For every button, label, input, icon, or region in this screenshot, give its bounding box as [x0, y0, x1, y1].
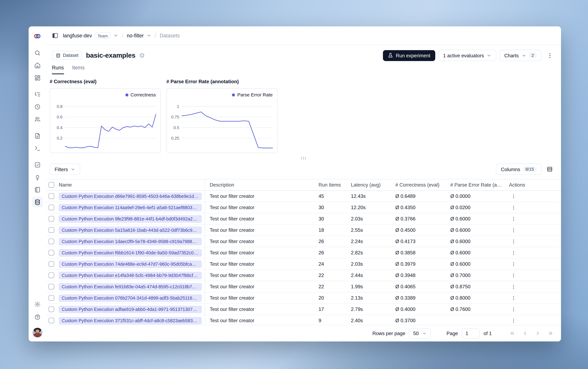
- table-row[interactable]: Custom Python Execution fe91b83e-04a5-47…: [46, 281, 561, 292]
- row-checkbox[interactable]: [49, 318, 54, 323]
- column-header-latency[interactable]: Latency (avg): [349, 182, 393, 188]
- column-header-correctness[interactable]: # Correctness (eval): [393, 182, 448, 188]
- rows-per-page-value: 50: [413, 330, 419, 336]
- parse-error-chart-card: Parse Error Rate 0.250.50.751: [167, 88, 277, 153]
- row-checkbox[interactable]: [49, 227, 54, 233]
- run-name-link[interactable]: Custom Python Execution 74de488e-ec9d-47…: [59, 260, 202, 268]
- row-checkbox[interactable]: [49, 250, 54, 256]
- project-chevron-down-icon[interactable]: [146, 33, 151, 38]
- table-row[interactable]: Custom Python Execution 9fe23f98-881e-44…: [46, 213, 561, 225]
- row-actions-button[interactable]: [509, 248, 518, 257]
- sidebar-item-home[interactable]: [32, 60, 42, 71]
- run-name-link[interactable]: Custom Python Execution 114aa9ef-29e6-4e…: [59, 204, 202, 211]
- sidebar-item-tracing[interactable]: [32, 89, 42, 99]
- sidebar-item-search[interactable]: [32, 47, 42, 58]
- svg-text:0.6: 0.6: [57, 115, 63, 119]
- langfuse-logo[interactable]: [32, 31, 42, 41]
- row-actions-button[interactable]: [509, 237, 518, 246]
- run-name-link[interactable]: Custom Python Execution fe91b83e-04a5-47…: [59, 283, 202, 290]
- tab-items[interactable]: Items: [72, 65, 85, 74]
- row-checkbox[interactable]: [49, 306, 54, 312]
- row-actions-button[interactable]: [509, 192, 518, 201]
- table-row[interactable]: Custom Python Execution f6bb1614-1f90-40…: [46, 247, 561, 258]
- sidebar-item-sessions[interactable]: [32, 102, 42, 112]
- row-actions-button[interactable]: [509, 316, 518, 325]
- sidebar-item-evaluators[interactable]: [32, 172, 42, 182]
- next-page-button[interactable]: [532, 328, 543, 338]
- column-header-run-items[interactable]: Run Items: [316, 182, 349, 188]
- table-row[interactable]: Custom Python Execution 114aa9ef-29e6-4e…: [46, 202, 561, 213]
- run-experiment-button[interactable]: Run experiment: [383, 50, 435, 61]
- table-row[interactable]: Custom Python Execution 5a15a616-1bab-44…: [46, 225, 561, 236]
- resize-grip-handle[interactable]: [299, 154, 308, 162]
- page-number-input[interactable]: [462, 328, 480, 338]
- row-checkbox[interactable]: [49, 272, 54, 278]
- row-checkbox[interactable]: [49, 284, 54, 289]
- filters-button[interactable]: Filters: [50, 164, 80, 175]
- last-page-button[interactable]: [545, 328, 556, 338]
- user-avatar[interactable]: [32, 328, 42, 338]
- table-row[interactable]: Custom Python Execution 74de488e-ec9d-47…: [46, 258, 561, 270]
- grip-dots-icon: [301, 157, 306, 160]
- column-header-description[interactable]: Description: [205, 182, 316, 188]
- row-actions-button[interactable]: [509, 203, 518, 212]
- sidebar-item-scores[interactable]: [32, 159, 42, 170]
- sidebar-item-prompts[interactable]: [32, 130, 42, 141]
- table-row[interactable]: Custom Python Execution 1daec0f9-5e78-43…: [46, 236, 561, 247]
- row-actions-button[interactable]: [509, 293, 518, 302]
- table-row[interactable]: Custom Python Execution 371f531c-abff-4d…: [46, 315, 561, 325]
- table-row[interactable]: Custom Python Execution e14fa348-5cfc-49…: [46, 270, 561, 281]
- header-kebab-button[interactable]: [544, 50, 555, 61]
- row-actions-button[interactable]: [509, 259, 518, 268]
- run-name-link[interactable]: Custom Python Execution 9fe23f98-881e-44…: [59, 215, 202, 223]
- first-page-button[interactable]: [507, 328, 517, 338]
- table-toolbar: Filters Columns 8/15: [46, 162, 561, 175]
- chart-legend: Correctness: [125, 92, 156, 98]
- sidebar-item-annotation[interactable]: [32, 184, 42, 195]
- table-row[interactable]: Custom Python Execution 076b2704-341d-48…: [46, 292, 561, 304]
- row-checkbox[interactable]: [49, 216, 54, 222]
- sidebar-item-dashboard[interactable]: [32, 72, 42, 83]
- row-height-button[interactable]: [544, 164, 555, 174]
- row-checkbox[interactable]: [49, 261, 54, 267]
- run-name-link[interactable]: Custom Python Execution e14fa348-5cfc-49…: [59, 271, 202, 279]
- row-checkbox[interactable]: [49, 193, 54, 199]
- org-chevron-down-icon[interactable]: [113, 33, 118, 38]
- row-actions-button[interactable]: [509, 226, 518, 235]
- run-name-link[interactable]: Custom Python Execution 371f531c-abff-4d…: [59, 317, 202, 324]
- run-name-link[interactable]: Custom Python Execution d66e7991-8595-45…: [59, 192, 202, 200]
- sidebar-toggle-button[interactable]: [50, 30, 60, 41]
- row-checkbox[interactable]: [49, 238, 54, 244]
- run-name-link[interactable]: Custom Python Execution adfae619-abb0-4d…: [59, 305, 202, 313]
- run-name-link[interactable]: Custom Python Execution 1daec0f9-5e78-43…: [59, 237, 202, 245]
- row-actions-button[interactable]: [509, 282, 518, 291]
- row-actions-button[interactable]: [509, 271, 518, 280]
- project-name[interactable]: no-filter: [127, 33, 144, 39]
- run-name-link[interactable]: Custom Python Execution 5a15a616-1bab-44…: [59, 226, 202, 234]
- breadcrumb-section[interactable]: Datasets: [160, 33, 180, 39]
- sidebar-item-users[interactable]: [32, 114, 42, 124]
- sidebar-item-support[interactable]: [32, 312, 42, 322]
- run-name-link[interactable]: Custom Python Execution f6bb1614-1f90-40…: [59, 249, 202, 256]
- row-checkbox[interactable]: [49, 295, 54, 301]
- column-header-parse-error[interactable]: # Parse Error Rate (an...: [448, 182, 503, 188]
- table-row[interactable]: Custom Python Execution d66e7991-8595-45…: [46, 191, 561, 202]
- column-header-name[interactable]: Name: [57, 179, 205, 190]
- previous-page-button[interactable]: [519, 328, 530, 338]
- tab-runs[interactable]: Runs: [52, 65, 64, 74]
- columns-button[interactable]: Columns 8/15: [496, 164, 542, 175]
- row-checkbox[interactable]: [49, 205, 54, 210]
- charts-dropdown[interactable]: Charts 2: [499, 50, 541, 61]
- sidebar-item-playground[interactable]: [32, 143, 42, 154]
- sidebar-item-datasets[interactable]: [32, 197, 42, 207]
- row-actions-button[interactable]: [509, 214, 518, 223]
- org-name[interactable]: langfuse-dev: [63, 33, 92, 39]
- select-all-checkbox[interactable]: [49, 182, 54, 188]
- row-actions-button[interactable]: [509, 305, 518, 314]
- run-name-link[interactable]: Custom Python Execution 076b2704-341d-48…: [59, 294, 202, 302]
- rows-per-page-select[interactable]: 50: [409, 328, 431, 338]
- evaluators-dropdown[interactable]: 1 active evaluators: [438, 50, 496, 61]
- table-row[interactable]: Custom Python Execution adfae619-abb0-4d…: [46, 304, 561, 315]
- info-icon[interactable]: [139, 53, 145, 58]
- sidebar-item-settings[interactable]: [32, 299, 42, 309]
